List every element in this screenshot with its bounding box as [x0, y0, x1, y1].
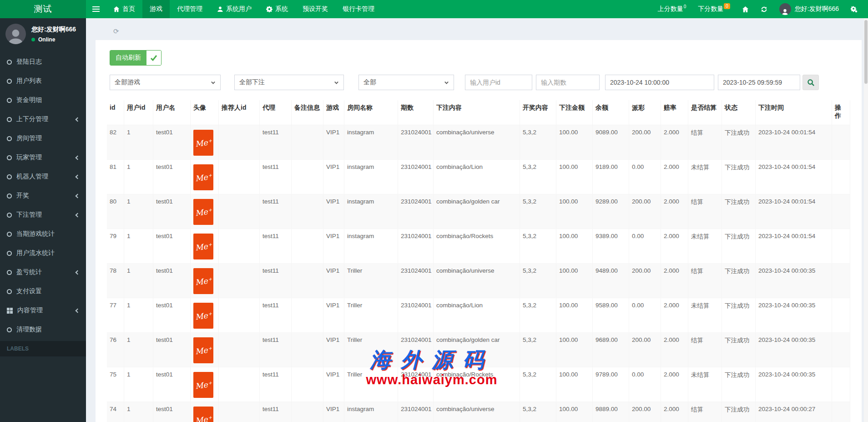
chevron-left-icon [76, 213, 80, 217]
filter-bar: 全部游戏 全部下注 全部 [110, 75, 850, 90]
chevron-left-icon [76, 270, 80, 275]
down-score-counter[interactable]: 下分数量 0 [692, 0, 736, 18]
sidebar-item-player-management[interactable]: 玩家管理 [0, 148, 86, 167]
nav-item-bank-card-management[interactable]: 银行卡管理 [335, 0, 382, 18]
chevron-left-icon [76, 174, 80, 179]
sidebar-toggle-button[interactable] [86, 0, 106, 18]
sidebar-item-content-management[interactable]: 内容管理 [0, 301, 86, 320]
chevron-left-icon [76, 155, 80, 160]
auto-refresh-label: 自动刷新 [110, 51, 146, 65]
table-row: 82 1 test01 Me⁺ test11 VIP1 instagram 23… [107, 125, 850, 160]
date-from-input[interactable] [605, 75, 714, 90]
chevron-left-icon [76, 193, 80, 198]
sidebar-user-greeting: 您好:发财啊666 [31, 25, 76, 34]
circle-icon [7, 327, 12, 332]
sidebar-item-bet-management[interactable]: 下注管理 [0, 205, 86, 224]
app-logo[interactable]: 测试 [0, 0, 86, 18]
home-icon [742, 6, 749, 13]
auto-refresh-toggle[interactable]: 自动刷新 [110, 50, 161, 66]
sidebar-item-login-log[interactable]: 登陆日志 [0, 52, 86, 71]
circle-icon [7, 174, 12, 179]
sidebar-item-payment-settings[interactable]: 支付设置 [0, 282, 86, 301]
home-icon [113, 6, 120, 12]
sidebar-item-profit-loss-stats[interactable]: 盈亏统计 [0, 263, 86, 282]
refresh-icon [761, 6, 767, 13]
chevron-down-icon [334, 80, 339, 85]
date-to-input[interactable] [718, 75, 800, 90]
sidebar-user-status: Online [31, 36, 76, 43]
nav-item-agent-management[interactable]: 代理管理 [170, 0, 210, 18]
sidebar-item-room-management[interactable]: 房间管理 [0, 129, 86, 148]
sidebar-item-clean-data[interactable]: 清理数据 [0, 320, 86, 339]
bets-table: id 用户id 用户名 头像 推荐人id 代理 备注信息 游戏 房间名称 期数 … [107, 100, 850, 422]
player-avatar-image: Me⁺ [193, 199, 213, 225]
player-avatar-image: Me⁺ [193, 407, 213, 422]
gear-icon [266, 6, 273, 12]
table-row: 74 1 test01 Me⁺ test11 VIP1 instagram 23… [107, 402, 850, 422]
sidebar-item-draw[interactable]: 开奖 [0, 186, 86, 205]
check-icon [150, 54, 158, 62]
nav-item-games[interactable]: 游戏 [142, 0, 170, 18]
chevron-down-icon [211, 80, 216, 85]
nav-item-system[interactable]: 系统 [259, 0, 295, 18]
circle-icon [7, 193, 12, 198]
online-status-dot [31, 38, 35, 41]
player-avatar-image: Me⁺ [193, 337, 213, 363]
game-filter-select[interactable]: 全部游戏 [110, 75, 221, 90]
circle-icon [7, 232, 12, 237]
sidebar-item-funds-detail[interactable]: 资金明细 [0, 91, 86, 110]
table-row: 79 1 test01 Me⁺ test11 VIP1 instagram 23… [107, 229, 850, 264]
player-avatar-image: Me⁺ [193, 130, 213, 156]
table-row: 78 1 test01 Me⁺ test11 VIP1 Triller 2310… [107, 264, 850, 298]
player-avatar-image: Me⁺ [193, 303, 213, 329]
circle-icon [7, 60, 12, 65]
circle-icon [7, 270, 12, 275]
search-icon [807, 79, 815, 86]
user-id-input[interactable] [465, 75, 532, 90]
circle-icon [7, 251, 12, 256]
table-row: 80 1 test01 Me⁺ test11 VIP1 instagram 23… [107, 194, 850, 229]
sidebar: 您好:发财啊666 Online 登陆日志 用户列表 资金明细 上下分管理 房间… [0, 18, 86, 422]
nav-item-home[interactable]: 首页 [106, 0, 142, 18]
nav-item-preset-draw[interactable]: 预设开奖 [295, 0, 335, 18]
content-refresh-icon[interactable]: ⟳ [113, 27, 119, 36]
player-avatar-image: Me⁺ [193, 372, 213, 398]
nav-item-system-users[interactable]: 系统用户 [210, 0, 259, 18]
settings-menu[interactable] [845, 0, 863, 18]
bet-filter-select[interactable]: 全部下注 [234, 75, 344, 90]
search-button[interactable] [802, 75, 819, 90]
circle-icon [7, 289, 12, 294]
status-filter-select[interactable]: 全部 [358, 75, 454, 90]
sidebar-item-user-flow-stats[interactable]: 用户流水统计 [0, 244, 86, 263]
refresh-button[interactable] [755, 0, 773, 18]
scrollbar-thumb[interactable] [864, 20, 868, 84]
chevron-down-icon [444, 80, 449, 85]
grid-icon [7, 308, 13, 314]
sidebar-user-panel: 您好:发财啊666 Online [0, 18, 86, 51]
sidebar-avatar-image [5, 24, 26, 44]
table-row: 75 1 test01 Me⁺ test11 VIP1 Triller 2310… [107, 367, 850, 402]
sidebar-section-labels: LABELS [0, 341, 86, 356]
page-scrollbar[interactable] [864, 18, 868, 422]
table-row: 81 1 test01 Me⁺ test11 VIP1 instagram 23… [107, 160, 850, 194]
main-content: ⟳ 自动刷新 全部游戏 全部下注 全部 [86, 18, 868, 422]
circle-icon [7, 98, 12, 103]
user-menu[interactable]: 您好:发财啊666 [773, 0, 845, 18]
user-icon [217, 6, 223, 12]
home-shortcut-button[interactable] [736, 0, 755, 18]
circle-icon [7, 155, 12, 160]
sidebar-item-score-management[interactable]: 上下分管理 [0, 110, 86, 129]
table-body: 82 1 test01 Me⁺ test11 VIP1 instagram 23… [107, 125, 850, 422]
down-score-badge: 0 [724, 3, 730, 9]
player-avatar-image: Me⁺ [193, 268, 213, 294]
sidebar-item-user-list[interactable]: 用户列表 [0, 71, 86, 91]
auto-refresh-checkbox[interactable] [146, 51, 161, 65]
up-score-counter[interactable]: 上分数量 0 [652, 0, 692, 18]
bets-panel: 自动刷新 全部游戏 全部下注 全部 [96, 40, 862, 422]
circle-icon [7, 117, 12, 122]
table-row: 76 1 test01 Me⁺ test11 VIP1 Triller 2310… [107, 333, 850, 367]
sidebar-item-robot-management[interactable]: 机器人管理 [0, 167, 86, 186]
period-input[interactable] [536, 75, 600, 90]
player-avatar-image: Me⁺ [193, 234, 213, 259]
sidebar-item-current-game-stats[interactable]: 当期游戏统计 [0, 224, 86, 244]
